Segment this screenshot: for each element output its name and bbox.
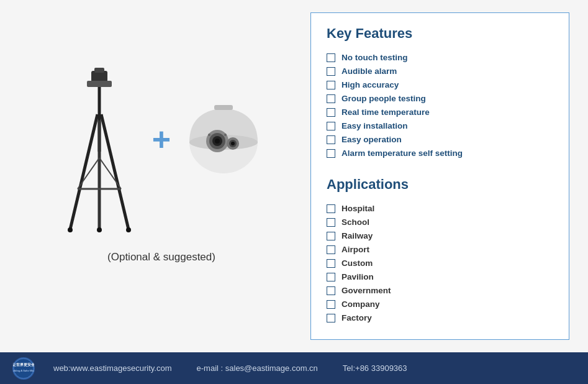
app-text: Airport xyxy=(341,245,369,254)
product-image-area: + xyxy=(59,65,264,239)
app-item: Pavilion xyxy=(327,272,553,281)
svg-rect-1 xyxy=(94,68,104,73)
feature-item: Audible alarm xyxy=(327,66,553,76)
svg-line-11 xyxy=(78,158,99,189)
footer-info: web:www.eastimagesecurity.com e-mail : s… xyxy=(53,363,407,373)
plus-sign: + xyxy=(152,121,171,158)
svg-line-12 xyxy=(99,158,121,189)
checkbox-icon xyxy=(327,204,335,213)
feature-text: Alarm temperature self setting xyxy=(341,149,463,158)
footer-logo: 让世界更安全 Building A Safer World xyxy=(12,357,35,380)
app-item: Airport xyxy=(327,245,553,254)
checkbox-icon xyxy=(327,273,335,281)
checkbox-icon xyxy=(327,232,335,240)
checkbox-icon xyxy=(327,94,335,103)
feature-item: Easy operation xyxy=(327,135,553,144)
app-item: School xyxy=(327,217,553,227)
checkbox-icon xyxy=(327,122,335,130)
checkbox-icon xyxy=(327,259,335,268)
feature-text: Easy operation xyxy=(341,135,402,144)
checkbox-icon xyxy=(327,67,335,76)
svg-line-4 xyxy=(70,114,97,229)
feature-text: Group people testing xyxy=(341,94,426,103)
app-item: Factory xyxy=(327,313,553,322)
checkbox-icon xyxy=(327,108,335,117)
svg-rect-24 xyxy=(214,105,233,110)
logo-circle: 让世界更安全 Building A Safer World xyxy=(12,357,35,380)
app-text: Pavilion xyxy=(341,272,374,281)
checkbox-icon xyxy=(327,218,335,227)
features-title: Key Features xyxy=(327,25,553,42)
feature-item: Alarm temperature self setting xyxy=(327,149,553,158)
applications-list: HospitalSchoolRailwayAirportCustomPavili… xyxy=(327,204,553,322)
svg-rect-2 xyxy=(87,81,112,87)
app-text: Hospital xyxy=(341,204,374,213)
app-item: Railway xyxy=(327,231,553,240)
app-text: Government xyxy=(341,286,391,295)
feature-item: Real time temperature xyxy=(327,107,553,117)
checkbox-icon xyxy=(327,314,335,322)
checkbox-icon xyxy=(327,81,335,89)
checkbox-icon xyxy=(327,286,335,295)
left-panel: + xyxy=(19,12,304,340)
feature-text: Real time temperature xyxy=(341,107,430,117)
svg-line-5 xyxy=(101,114,129,229)
app-item: Custom xyxy=(327,258,553,268)
app-text: Railway xyxy=(341,231,373,240)
applications-title: Applications xyxy=(327,176,553,193)
svg-text:Building A Safer World: Building A Safer World xyxy=(13,369,34,372)
feature-text: Easy installation xyxy=(341,121,408,130)
svg-point-9 xyxy=(97,227,102,232)
feature-item: Easy installation xyxy=(327,121,553,130)
app-item: Government xyxy=(327,286,553,295)
svg-point-8 xyxy=(126,227,131,232)
svg-point-25 xyxy=(14,359,34,378)
footer-web: web:www.eastimagesecurity.com xyxy=(53,363,172,373)
checkbox-icon xyxy=(327,149,335,158)
checkbox-icon xyxy=(327,53,335,62)
svg-point-7 xyxy=(68,227,73,232)
feature-item: Group people testing xyxy=(327,94,553,103)
feature-text: Audible alarm xyxy=(341,66,397,76)
main-content: + xyxy=(0,0,588,352)
svg-point-18 xyxy=(215,139,220,144)
camera-image xyxy=(183,99,264,180)
feature-item: No touch testing xyxy=(327,53,553,62)
feature-text: High accuracy xyxy=(341,80,399,89)
right-panel: Key Features No touch testingAudible ala… xyxy=(310,12,569,340)
app-text: Company xyxy=(341,299,380,309)
svg-point-22 xyxy=(208,134,210,136)
optional-label: (Optional & suggested) xyxy=(107,251,215,263)
svg-point-23 xyxy=(224,134,227,136)
app-item: Hospital xyxy=(327,204,553,213)
app-text: Factory xyxy=(341,313,372,322)
app-text: School xyxy=(341,217,369,227)
checkbox-icon xyxy=(327,300,335,309)
checkbox-icon xyxy=(327,135,335,144)
app-text: Custom xyxy=(341,258,373,268)
feature-item: High accuracy xyxy=(327,80,553,89)
checkbox-icon xyxy=(327,245,335,254)
footer-email: e-mail : sales@eastimage.com.cn xyxy=(197,363,318,373)
feature-text: No touch testing xyxy=(341,53,408,62)
svg-point-21 xyxy=(231,142,235,145)
svg-text:让世界更安全: 让世界更安全 xyxy=(13,362,34,367)
footer: 让世界更安全 Building A Safer World web:www.ea… xyxy=(0,352,588,384)
footer-tel: Tel:+86 33909363 xyxy=(343,363,407,373)
tripod-image xyxy=(59,65,140,239)
app-item: Company xyxy=(327,299,553,309)
features-list: No touch testingAudible alarmHigh accura… xyxy=(327,53,553,158)
